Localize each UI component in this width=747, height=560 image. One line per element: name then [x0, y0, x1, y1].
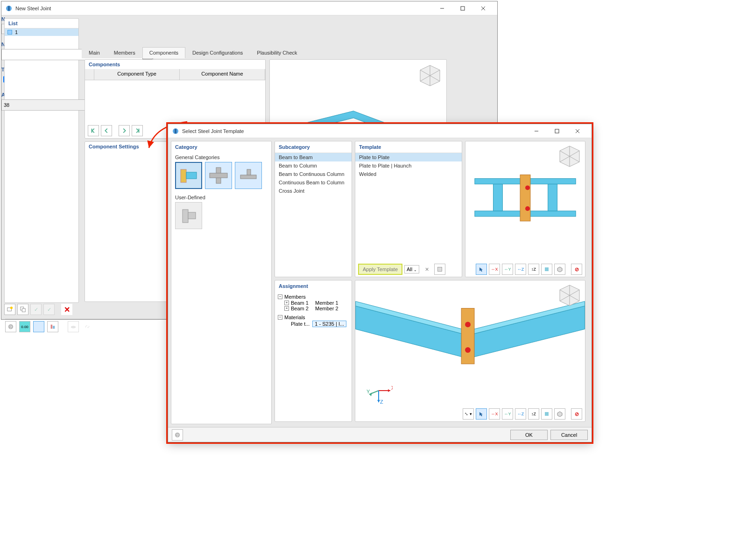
tab-plausibility[interactable]: Plausibility Check: [250, 47, 304, 58]
maximize-button[interactable]: [452, 2, 473, 15]
tab-components[interactable]: Components: [142, 47, 185, 58]
preview2-toolbar: ⤡ ▾ ↔X ↔Y ↔Z ↕Z ⊘: [463, 408, 582, 420]
tab-strip: Main Members Components Design Configura…: [82, 47, 304, 58]
subcategory-panel: Subcategory Beam to Beam Beam to Column …: [275, 141, 352, 277]
svg-text:?: ?: [9, 324, 12, 329]
subcat-item-beam-to-beam[interactable]: Beam to Beam: [275, 153, 352, 161]
tab-members[interactable]: Members: [107, 47, 142, 58]
category-thumb-2[interactable]: [205, 162, 232, 189]
p1-iso-button[interactable]: ↕Z: [528, 264, 539, 275]
svg-rect-36: [183, 210, 188, 223]
cloud-button[interactable]: [68, 321, 79, 332]
template-item-welded[interactable]: Welded: [355, 170, 462, 178]
tab-design-config[interactable]: Design Configurations: [185, 47, 250, 58]
svg-rect-42: [529, 179, 576, 184]
p2-reset-button[interactable]: ⊘: [571, 408, 582, 420]
plate-material-combo[interactable]: 1 - S235 | I...: [312, 321, 346, 327]
help-icon: ?: [7, 323, 14, 330]
close-button[interactable]: [473, 2, 493, 15]
popup-close-button[interactable]: [567, 125, 588, 138]
list-toolbar: ✓ ✓ ✕: [4, 304, 72, 315]
move-prev-button[interactable]: [101, 125, 112, 136]
p1-view-x-button[interactable]: ↔X: [489, 264, 500, 275]
copy-item-button[interactable]: [17, 304, 28, 315]
svg-marker-54: [356, 306, 462, 357]
svg-rect-34: [240, 175, 256, 179]
save-template-button[interactable]: [434, 264, 445, 275]
viewcube-icon[interactable]: [557, 283, 582, 308]
user-defined-label: User-Defined: [171, 193, 271, 201]
help-button[interactable]: ?: [5, 321, 16, 332]
viewcube-icon[interactable]: [417, 63, 443, 89]
svg-text:Y: Y: [366, 389, 370, 394]
p1-render-button[interactable]: [541, 264, 552, 275]
move-next-button[interactable]: [119, 125, 130, 136]
p2-axis-dropdown[interactable]: ⤡ ▾: [463, 408, 474, 420]
template-header: Template: [355, 141, 462, 153]
svg-rect-58: [461, 308, 474, 364]
members-node-label: Members: [284, 294, 306, 300]
link-button: [82, 321, 93, 332]
popup-titlebar: Select Steel Joint Template: [168, 124, 592, 138]
filter-all-combo[interactable]: All ⌄: [404, 265, 419, 273]
p1-wireframe-button[interactable]: [554, 264, 565, 275]
minimize-button[interactable]: [432, 2, 452, 15]
p2-view-y-button[interactable]: ↔Y: [502, 408, 513, 420]
category-thumb-1[interactable]: [175, 162, 202, 189]
p1-reset-button[interactable]: ⊘: [571, 264, 582, 275]
apply-template-button[interactable]: Apply Template: [358, 264, 402, 275]
tab-main[interactable]: Main: [82, 47, 107, 58]
svg-rect-39: [475, 179, 521, 184]
colors-button[interactable]: [33, 321, 44, 332]
template-panel: Template Plate to Plate Plate to Plate |…: [355, 141, 462, 277]
template-item-plate-to-plate[interactable]: Plate to Plate: [355, 153, 462, 161]
subcat-item-beam-to-column[interactable]: Beam to Column: [275, 161, 352, 170]
subcat-item-cross-joint[interactable]: Cross Joint: [275, 187, 352, 195]
popup-title: Select Steel Joint Template: [182, 128, 526, 134]
p2-view-z-button[interactable]: ↔Z: [515, 408, 526, 420]
model-preview-viewport[interactable]: X Y Z ⤡ ▾ ↔X ↔Y ↔Z ↕Z ⊘: [355, 280, 585, 422]
ok-button[interactable]: OK: [510, 430, 548, 440]
p2-view-x-button[interactable]: ↔X: [489, 408, 500, 420]
svg-rect-38: [438, 267, 442, 272]
list-item-1[interactable]: 1: [5, 28, 78, 36]
p2-select-button[interactable]: [476, 408, 487, 420]
template-preview-viewport[interactable]: ↔X ↔Y ↔Z ↕Z ⊘: [465, 141, 585, 277]
units-button[interactable]: 0.00: [19, 321, 30, 332]
popup-maximize-button[interactable]: [547, 125, 567, 138]
delete-item-button[interactable]: ✕: [61, 304, 72, 315]
svg-marker-53: [557, 267, 562, 272]
tree-toggle-beam1[interactable]: +: [284, 301, 289, 305]
row-header-button[interactable]: [85, 69, 94, 80]
tree-toggle-members[interactable]: −: [278, 294, 282, 299]
category-thumb-3[interactable]: [235, 162, 262, 189]
move-last-button[interactable]: [132, 125, 143, 136]
subcat-item-cont-beam-to-column[interactable]: Continuous Beam to Column: [275, 178, 352, 187]
svg-point-46: [525, 185, 530, 190]
category-thumb-user[interactable]: [175, 202, 202, 229]
p2-wireframe-button[interactable]: [554, 408, 565, 420]
p1-view-z-button[interactable]: ↔Z: [515, 264, 526, 275]
list-item-color-icon: [7, 30, 12, 35]
tree-toggle-materials[interactable]: −: [278, 315, 282, 320]
materials-node-label: Materials: [284, 315, 305, 320]
popup-minimize-button[interactable]: [526, 125, 547, 138]
p2-render-button[interactable]: [541, 408, 552, 420]
cancel-button[interactable]: Cancel: [550, 430, 588, 440]
new-item-button[interactable]: [4, 304, 15, 315]
svg-point-59: [465, 322, 471, 327]
svg-rect-30: [181, 169, 186, 182]
subcat-item-beam-to-cont-column[interactable]: Beam to Continuous Column: [275, 170, 352, 178]
svg-point-16: [10, 307, 13, 309]
model-view-button[interactable]: [47, 321, 58, 332]
popup-help-button[interactable]: ?: [172, 429, 183, 441]
p2-iso-button[interactable]: ↕Z: [528, 408, 539, 420]
tree-toggle-beam2[interactable]: +: [284, 306, 289, 311]
svg-point-60: [465, 347, 471, 353]
p1-view-y-button[interactable]: ↔Y: [502, 264, 513, 275]
move-first-button[interactable]: [88, 125, 99, 136]
delete-template-button[interactable]: ✕: [421, 264, 432, 275]
p1-select-button[interactable]: [476, 264, 487, 275]
template-item-plate-to-plate-haunch[interactable]: Plate to Plate | Haunch: [355, 161, 462, 170]
viewcube-icon[interactable]: [557, 144, 582, 169]
